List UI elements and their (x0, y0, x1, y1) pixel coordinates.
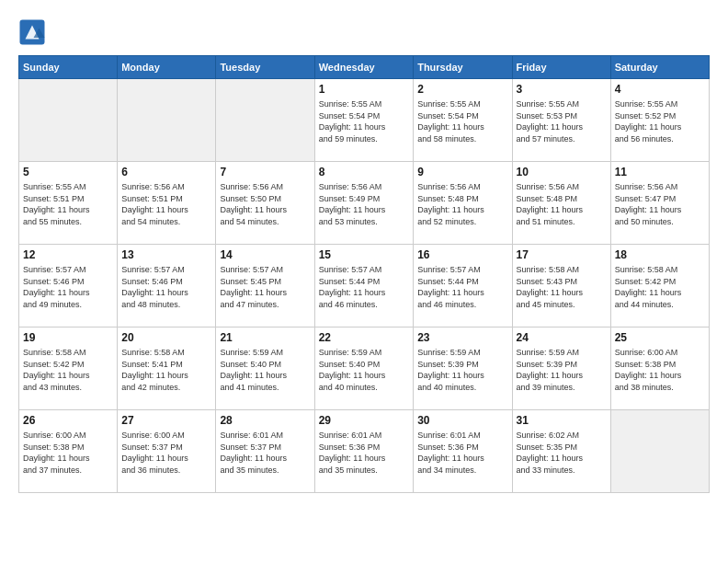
logo (18, 18, 50, 46)
day-info: Sunrise: 6:01 AM Sunset: 5:37 PM Dayligh… (220, 430, 310, 476)
calendar-cell: 31Sunrise: 6:02 AM Sunset: 5:35 PM Dayli… (512, 410, 610, 493)
calendar-cell: 30Sunrise: 6:01 AM Sunset: 5:36 PM Dayli… (414, 410, 512, 493)
week-row-3: 12Sunrise: 5:57 AM Sunset: 5:46 PM Dayli… (19, 245, 710, 327)
calendar-cell: 27Sunrise: 6:00 AM Sunset: 5:37 PM Dayli… (118, 410, 216, 493)
calendar-cell: 5Sunrise: 5:55 AM Sunset: 5:51 PM Daylig… (19, 162, 118, 245)
day-info: Sunrise: 6:00 AM Sunset: 5:38 PM Dayligh… (23, 430, 113, 476)
day-number: 8 (319, 166, 409, 178)
calendar-cell: 6Sunrise: 5:56 AM Sunset: 5:51 PM Daylig… (118, 162, 216, 245)
calendar-cell: 26Sunrise: 6:00 AM Sunset: 5:38 PM Dayli… (19, 410, 118, 493)
day-number: 28 (220, 414, 310, 427)
calendar-cell: 8Sunrise: 5:56 AM Sunset: 5:49 PM Daylig… (314, 162, 413, 245)
day-info: Sunrise: 5:58 AM Sunset: 5:43 PM Dayligh… (517, 264, 607, 310)
day-number: 10 (517, 166, 607, 178)
day-number: 30 (417, 414, 507, 427)
day-number: 5 (23, 166, 113, 178)
day-info: Sunrise: 5:56 AM Sunset: 5:47 PM Dayligh… (615, 181, 705, 227)
col-header-thursday: Thursday (414, 56, 512, 79)
col-header-wednesday: Wednesday (314, 56, 413, 79)
day-number: 18 (615, 248, 705, 261)
day-info: Sunrise: 5:57 AM Sunset: 5:44 PM Dayligh… (319, 264, 409, 310)
day-number: 23 (417, 331, 507, 344)
calendar-cell: 25Sunrise: 6:00 AM Sunset: 5:38 PM Dayli… (610, 327, 709, 410)
day-number: 20 (121, 331, 211, 344)
col-header-saturday: Saturday (610, 56, 709, 79)
page-header (18, 18, 710, 46)
day-info: Sunrise: 5:56 AM Sunset: 5:48 PM Dayligh… (417, 181, 507, 227)
day-info: Sunrise: 5:58 AM Sunset: 5:42 PM Dayligh… (615, 264, 705, 310)
day-info: Sunrise: 5:56 AM Sunset: 5:48 PM Dayligh… (517, 181, 607, 227)
day-number: 17 (517, 248, 607, 261)
day-info: Sunrise: 5:57 AM Sunset: 5:46 PM Dayligh… (121, 264, 211, 310)
day-number: 21 (220, 331, 310, 344)
calendar-cell: 21Sunrise: 5:59 AM Sunset: 5:40 PM Dayli… (216, 327, 314, 410)
calendar-cell: 2Sunrise: 5:55 AM Sunset: 5:54 PM Daylig… (414, 79, 512, 162)
calendar-cell: 23Sunrise: 5:59 AM Sunset: 5:39 PM Dayli… (414, 327, 512, 410)
day-info: Sunrise: 6:01 AM Sunset: 5:36 PM Dayligh… (319, 430, 409, 476)
calendar-cell: 19Sunrise: 5:58 AM Sunset: 5:42 PM Dayli… (19, 327, 118, 410)
day-number: 7 (220, 166, 310, 178)
day-number: 13 (121, 248, 211, 261)
day-info: Sunrise: 5:59 AM Sunset: 5:39 PM Dayligh… (517, 347, 607, 393)
calendar-cell (19, 79, 118, 162)
day-number: 3 (517, 83, 607, 96)
calendar-cell (610, 410, 709, 493)
calendar-cell (216, 79, 314, 162)
calendar-cell: 15Sunrise: 5:57 AM Sunset: 5:44 PM Dayli… (314, 245, 413, 327)
calendar-header-row: SundayMondayTuesdayWednesdayThursdayFrid… (19, 56, 710, 79)
calendar-cell: 12Sunrise: 5:57 AM Sunset: 5:46 PM Dayli… (19, 245, 118, 327)
day-number: 4 (615, 83, 705, 96)
day-info: Sunrise: 5:59 AM Sunset: 5:39 PM Dayligh… (417, 347, 507, 393)
col-header-tuesday: Tuesday (216, 56, 314, 79)
calendar-cell: 10Sunrise: 5:56 AM Sunset: 5:48 PM Dayli… (512, 162, 610, 245)
day-number: 26 (23, 414, 113, 427)
logo-icon (18, 18, 46, 46)
calendar-cell: 28Sunrise: 6:01 AM Sunset: 5:37 PM Dayli… (216, 410, 314, 493)
day-number: 12 (23, 248, 113, 261)
calendar-cell: 4Sunrise: 5:55 AM Sunset: 5:52 PM Daylig… (610, 79, 709, 162)
day-info: Sunrise: 5:55 AM Sunset: 5:54 PM Dayligh… (417, 98, 507, 144)
calendar-cell: 22Sunrise: 5:59 AM Sunset: 5:40 PM Dayli… (314, 327, 413, 410)
calendar-cell: 1Sunrise: 5:55 AM Sunset: 5:54 PM Daylig… (314, 79, 413, 162)
col-header-friday: Friday (512, 56, 610, 79)
day-info: Sunrise: 5:58 AM Sunset: 5:42 PM Dayligh… (23, 347, 113, 393)
day-info: Sunrise: 5:58 AM Sunset: 5:41 PM Dayligh… (121, 347, 211, 393)
day-number: 22 (319, 331, 409, 344)
col-header-monday: Monday (118, 56, 216, 79)
day-number: 6 (121, 166, 211, 178)
day-info: Sunrise: 5:55 AM Sunset: 5:52 PM Dayligh… (615, 98, 705, 144)
week-row-1: 1Sunrise: 5:55 AM Sunset: 5:54 PM Daylig… (19, 79, 710, 162)
day-number: 29 (319, 414, 409, 427)
week-row-4: 19Sunrise: 5:58 AM Sunset: 5:42 PM Dayli… (19, 327, 710, 410)
day-number: 25 (615, 331, 705, 344)
day-number: 27 (121, 414, 211, 427)
day-number: 19 (23, 331, 113, 344)
day-info: Sunrise: 5:56 AM Sunset: 5:50 PM Dayligh… (220, 181, 310, 227)
calendar-cell (118, 79, 216, 162)
calendar-cell: 29Sunrise: 6:01 AM Sunset: 5:36 PM Dayli… (314, 410, 413, 493)
day-number: 9 (417, 166, 507, 178)
calendar-cell: 24Sunrise: 5:59 AM Sunset: 5:39 PM Dayli… (512, 327, 610, 410)
calendar-cell: 13Sunrise: 5:57 AM Sunset: 5:46 PM Dayli… (118, 245, 216, 327)
calendar-cell: 17Sunrise: 5:58 AM Sunset: 5:43 PM Dayli… (512, 245, 610, 327)
week-row-5: 26Sunrise: 6:00 AM Sunset: 5:38 PM Dayli… (19, 410, 710, 493)
col-header-sunday: Sunday (19, 56, 118, 79)
calendar-cell: 16Sunrise: 5:57 AM Sunset: 5:44 PM Dayli… (414, 245, 512, 327)
day-number: 15 (319, 248, 409, 261)
day-info: Sunrise: 5:56 AM Sunset: 5:49 PM Dayligh… (319, 181, 409, 227)
day-info: Sunrise: 5:57 AM Sunset: 5:44 PM Dayligh… (417, 264, 507, 310)
calendar-cell: 9Sunrise: 5:56 AM Sunset: 5:48 PM Daylig… (414, 162, 512, 245)
calendar-table: SundayMondayTuesdayWednesdayThursdayFrid… (18, 55, 710, 493)
calendar-cell: 11Sunrise: 5:56 AM Sunset: 5:47 PM Dayli… (610, 162, 709, 245)
day-info: Sunrise: 5:57 AM Sunset: 5:46 PM Dayligh… (23, 264, 113, 310)
day-info: Sunrise: 6:02 AM Sunset: 5:35 PM Dayligh… (517, 430, 607, 476)
calendar-cell: 14Sunrise: 5:57 AM Sunset: 5:45 PM Dayli… (216, 245, 314, 327)
day-info: Sunrise: 6:00 AM Sunset: 5:38 PM Dayligh… (615, 347, 705, 393)
day-number: 2 (417, 83, 507, 96)
day-info: Sunrise: 6:00 AM Sunset: 5:37 PM Dayligh… (121, 430, 211, 476)
calendar-cell: 20Sunrise: 5:58 AM Sunset: 5:41 PM Dayli… (118, 327, 216, 410)
day-info: Sunrise: 5:57 AM Sunset: 5:45 PM Dayligh… (220, 264, 310, 310)
day-number: 24 (517, 331, 607, 344)
day-info: Sunrise: 5:56 AM Sunset: 5:51 PM Dayligh… (121, 181, 211, 227)
day-number: 11 (615, 166, 705, 178)
